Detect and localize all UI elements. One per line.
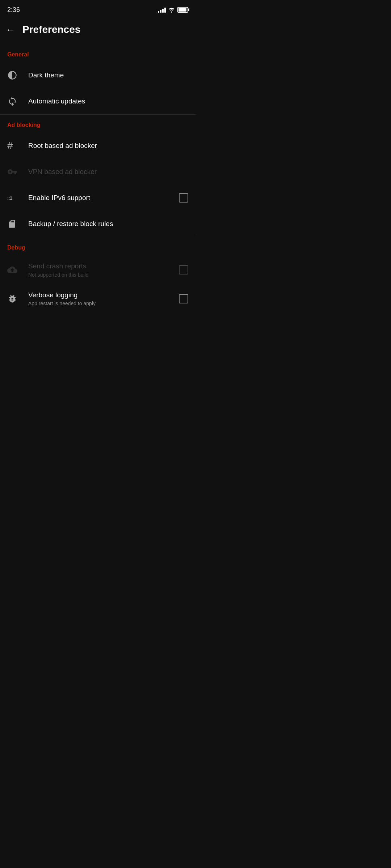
pref-title-ipv6-support: Enable IPv6 support — [28, 193, 179, 203]
pref-subtitle-verbose-logging: App restart is needed to apply — [28, 301, 179, 306]
pref-text-backup-restore: Backup / restore block rules — [23, 220, 188, 229]
checkbox-verbose-logging[interactable] — [179, 294, 188, 303]
pref-text-vpn-ad-blocker: VPN based ad blocker — [23, 167, 188, 176]
pref-text-crash-reports: Send crash reportsNot supported on this … — [23, 262, 179, 278]
top-bar: ← Preferences — [0, 18, 196, 44]
pref-item-verbose-logging[interactable]: Verbose loggingApp restart is needed to … — [0, 284, 196, 313]
pref-title-backup-restore: Backup / restore block rules — [28, 220, 188, 229]
pref-text-ipv6-support: Enable IPv6 support — [23, 193, 179, 203]
status-time: 2:36 — [7, 6, 20, 14]
upload-icon — [7, 265, 23, 275]
sections-container: General Dark theme Automatic updatesAd b… — [0, 44, 196, 313]
hash-icon: # — [7, 140, 23, 152]
pref-title-automatic-updates: Automatic updates — [28, 97, 188, 106]
pref-item-vpn-ad-blocker: VPN based ad blocker — [0, 159, 196, 185]
pref-subtitle-crash-reports: Not supported on this build — [28, 272, 179, 278]
back-button[interactable]: ← — [6, 25, 15, 34]
pref-item-root-ad-blocker[interactable]: #Root based ad blocker — [0, 133, 196, 159]
pref-title-verbose-logging: Verbose logging — [28, 291, 179, 300]
sync-icon — [7, 96, 23, 106]
section-header-debug: Debug — [0, 237, 196, 255]
pref-text-automatic-updates: Automatic updates — [23, 97, 188, 106]
status-bar: 2:36 — [0, 0, 196, 18]
brightness-icon — [7, 70, 23, 80]
pref-item-dark-theme[interactable]: Dark theme — [0, 62, 196, 88]
pref-text-dark-theme: Dark theme — [23, 71, 188, 80]
wifi-icon — [168, 7, 175, 13]
pref-item-crash-reports: Send crash reportsNot supported on this … — [0, 255, 196, 284]
key-icon — [7, 167, 23, 177]
pref-title-dark-theme: Dark theme — [28, 71, 188, 80]
pref-text-root-ad-blocker: Root based ad blocker — [23, 141, 188, 150]
battery-icon — [177, 7, 188, 13]
pref-title-vpn-ad-blocker: VPN based ad blocker — [28, 167, 188, 176]
pref-item-ipv6-support[interactable]: ::1Enable IPv6 support — [0, 185, 196, 211]
checkbox-ipv6-support[interactable] — [179, 193, 188, 203]
pref-title-crash-reports: Send crash reports — [28, 262, 179, 271]
pref-text-verbose-logging: Verbose loggingApp restart is needed to … — [23, 291, 179, 307]
status-icons — [158, 7, 188, 13]
signal-icon — [158, 7, 166, 13]
pref-title-root-ad-blocker: Root based ad blocker — [28, 141, 188, 150]
pref-item-backup-restore[interactable]: Backup / restore block rules — [0, 211, 196, 237]
pref-item-automatic-updates[interactable]: Automatic updates — [0, 88, 196, 114]
section-header-general: General — [0, 44, 196, 62]
section-header-ad-blocking: Ad blocking — [0, 115, 196, 133]
checkbox-crash-reports — [179, 265, 188, 275]
ipv6-icon: ::1 — [7, 195, 23, 201]
bug-icon — [7, 294, 23, 304]
page-title: Preferences — [22, 24, 80, 35]
sd-icon — [7, 219, 23, 229]
